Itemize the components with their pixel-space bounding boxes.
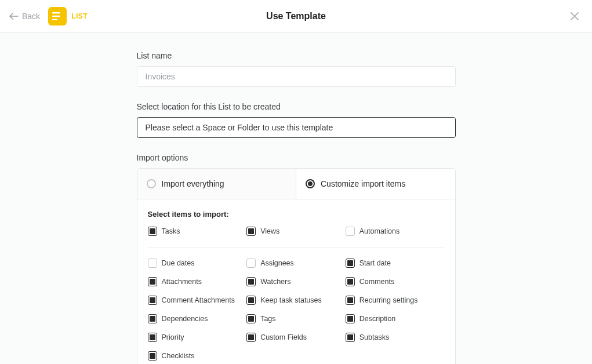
checkbox-unchecked-icon [346, 227, 355, 236]
arrow-left-icon [9, 12, 19, 20]
checkbox-checked-icon [148, 351, 157, 361]
checkbox-checked-icon [346, 296, 355, 305]
location-select[interactable]: Please select a Space or Folder to use t… [137, 117, 456, 138]
import-item-assignees[interactable]: Assignees [246, 259, 294, 268]
import-item-subtasks[interactable]: Subtasks [346, 333, 389, 342]
close-icon [569, 11, 580, 21]
import-item-label: Custom Fields [260, 333, 307, 341]
import-bottom-grid: Due datesAssigneesStart dateAttachmentsW… [148, 255, 445, 364]
import-item-label: Description [359, 315, 396, 323]
import-item-tasks[interactable]: Tasks [148, 227, 180, 236]
import-item-start-date[interactable]: Start date [346, 259, 391, 268]
checkbox-checked-icon [148, 333, 157, 342]
import-item-label: Dependencies [162, 315, 208, 323]
import-item-recurring-settings[interactable]: Recurring settings [346, 296, 418, 305]
checkbox-unchecked-icon [148, 259, 157, 268]
import-item-keep-task-statuses[interactable]: Keep task statuses [246, 296, 322, 305]
import-item-label: Start date [359, 259, 391, 267]
checkbox-checked-icon [148, 296, 157, 305]
customize-import-label: Customize import items [321, 179, 405, 188]
checkbox-checked-icon [246, 277, 256, 286]
checkbox-checked-icon [346, 333, 355, 342]
checkbox-checked-icon [346, 277, 355, 286]
svg-rect-0 [52, 12, 60, 14]
import-item-comments[interactable]: Comments [346, 277, 394, 286]
import-item-watchers[interactable]: Watchers [246, 277, 290, 286]
import-item-label: Watchers [260, 278, 290, 286]
checkbox-checked-icon [346, 314, 355, 323]
template-type-label: LIST [71, 12, 88, 20]
list-name-label: List name [137, 51, 456, 60]
import-item-label: Tags [260, 315, 275, 323]
import-item-label: Views [260, 227, 279, 235]
checkbox-checked-icon [148, 314, 157, 323]
checkbox-checked-icon [148, 277, 157, 286]
modal-header: Back LIST Use Template [0, 0, 592, 32]
import-items-panel: Select items to import: TasksViewsAutoma… [137, 199, 456, 364]
checkbox-checked-icon [246, 333, 256, 342]
import-item-dependencies[interactable]: Dependencies [148, 314, 208, 323]
customize-import-option[interactable]: Customize import items [296, 169, 455, 199]
import-everything-label: Import everything [162, 179, 224, 188]
checkbox-checked-icon [148, 227, 157, 236]
import-item-label: Comments [359, 278, 394, 286]
close-button[interactable] [566, 8, 583, 24]
back-button[interactable]: Back [9, 12, 40, 21]
import-item-description[interactable]: Description [346, 314, 396, 323]
import-item-label: Checklists [162, 352, 195, 360]
import-item-label: Priority [162, 333, 184, 341]
import-item-label: Automations [359, 227, 399, 235]
location-label: Select location for this List to be crea… [137, 102, 456, 111]
list-icon [48, 7, 67, 26]
checkbox-checked-icon [246, 296, 256, 305]
import-item-tags[interactable]: Tags [246, 314, 275, 323]
import-top-row: TasksViewsAutomations [148, 227, 445, 248]
import-everything-option[interactable]: Import everything [137, 169, 297, 199]
import-item-attachments[interactable]: Attachments [148, 277, 202, 286]
svg-rect-1 [52, 15, 60, 17]
import-item-label: Comment Attachments [162, 296, 235, 304]
checkbox-checked-icon [246, 314, 256, 323]
import-item-priority[interactable]: Priority [148, 333, 184, 342]
import-item-label: Due dates [162, 259, 195, 267]
template-type-badge: LIST [48, 7, 88, 26]
modal-body: List name Select location for this List … [0, 32, 592, 364]
modal-title: Use Template [266, 11, 326, 21]
import-options-heading: Import options [137, 153, 456, 162]
import-items-heading: Select items to import: [148, 210, 445, 219]
import-item-automations[interactable]: Automations [346, 227, 399, 236]
checkbox-checked-icon [346, 259, 355, 268]
radio-checked-icon [306, 179, 315, 188]
import-item-label: Recurring settings [359, 296, 418, 304]
import-mode-selector: Import everything Customize import items [137, 168, 456, 199]
import-item-custom-fields[interactable]: Custom Fields [246, 333, 307, 342]
import-item-due-dates[interactable]: Due dates [148, 259, 195, 268]
import-item-label: Attachments [162, 278, 202, 286]
import-item-comment-attachments[interactable]: Comment Attachments [148, 296, 235, 305]
import-item-checklists[interactable]: Checklists [148, 351, 195, 361]
list-name-input[interactable] [137, 66, 456, 87]
radio-unchecked-icon [147, 179, 156, 188]
checkbox-unchecked-icon [246, 259, 256, 268]
back-label: Back [22, 12, 40, 21]
import-item-label: Tasks [162, 227, 180, 235]
location-placeholder: Please select a Space or Folder to use t… [146, 123, 333, 132]
import-item-views[interactable]: Views [246, 227, 279, 236]
import-item-label: Assignees [260, 259, 294, 267]
import-item-label: Subtasks [359, 333, 389, 341]
checkbox-checked-icon [246, 227, 256, 236]
import-item-label: Keep task statuses [260, 296, 322, 304]
svg-rect-2 [52, 19, 57, 20]
